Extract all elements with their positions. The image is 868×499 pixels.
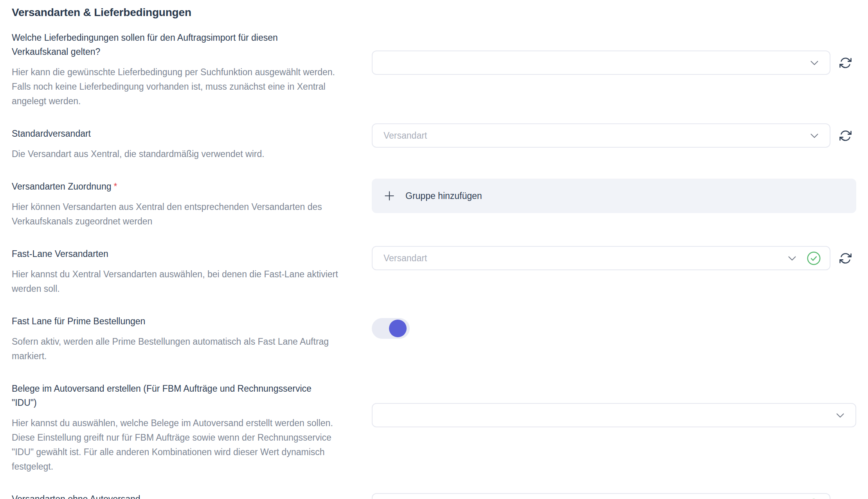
field-label: Fast Lane für Prime Bestellungen [12,314,352,328]
refresh-icon [839,252,852,265]
chevron-down-icon [785,251,799,265]
belege-autoversand-select[interactable] [372,403,856,427]
prime-fast-lane-toggle[interactable] [372,318,410,339]
field-description: Hier kannst du auswählen, welche Belege … [12,416,352,474]
refresh-icon [839,129,852,142]
select-placeholder: Versandart [384,253,785,264]
field-label: Belege im Autoversand erstellen (Für FBM… [12,381,333,410]
field-description: Hier kann die gewünschte Lieferbedingung… [12,65,352,108]
refresh-button[interactable] [839,56,852,69]
required-asterisk: * [113,181,117,192]
check-circle-icon [807,251,821,266]
field-description: Hier können Versandarten aus Xentral den… [12,200,352,229]
field-description: Die Versandart aus Xentral, die standard… [12,147,352,161]
section-versandarten-zuordnung: Versandarten Zuordnung* Hier können Vers… [12,179,856,229]
section-standardversandart: Standardversandart Die Versandart aus Xe… [12,127,856,161]
lieferbedingung-select[interactable] [372,51,830,75]
field-label: Versandarten ohne Autoversand [12,492,352,499]
add-group-button-label: Gruppe hinzufügen [405,191,482,201]
field-label: Fast-Lane Versandarten [12,247,352,261]
add-group-button[interactable]: Gruppe hinzufügen [372,179,856,213]
plus-icon [383,189,396,202]
chevron-down-icon [808,129,821,142]
field-label: Welche Lieferbedingungen sollen für den … [12,31,325,59]
field-label: Versandarten Zuordnung* [12,179,352,193]
section-fast-lane-versandarten: Fast-Lane Versandarten Hier kannst du Xe… [12,247,856,296]
section-fast-lane-prime: Fast Lane für Prime Bestellungen Sofern … [12,314,856,363]
section-belege-autoversand: Belege im Autoversand erstellen (Für FBM… [12,381,856,474]
field-description: Sofern aktiv, werden alle Prime Bestellu… [12,334,352,363]
section-lieferbedingungen: Welche Lieferbedingungen sollen für den … [12,31,856,108]
field-description: Hier kannst du Xentral Versandarten ausw… [12,267,352,296]
refresh-button[interactable] [839,252,852,265]
versandarten-ohne-autoversand-select[interactable]: Versandart [372,493,830,499]
chevron-down-icon [834,409,847,422]
toggle-knob [389,320,407,337]
page-title: Versandarten & Lieferbedingungen [12,6,856,19]
select-placeholder: Versandart [384,130,808,141]
fast-lane-versandarten-select[interactable]: Versandart [372,246,830,270]
refresh-button[interactable] [839,129,852,142]
standardversandart-select[interactable]: Versandart [372,123,830,148]
settings-panel: Versandarten & Lieferbedingungen Welche … [0,0,868,499]
field-label: Standardversandart [12,127,352,141]
refresh-icon [839,56,852,69]
section-versandarten-ohne-autoversand: Versandarten ohne Autoversand Hier kanns… [12,492,856,499]
chevron-down-icon [808,56,821,69]
